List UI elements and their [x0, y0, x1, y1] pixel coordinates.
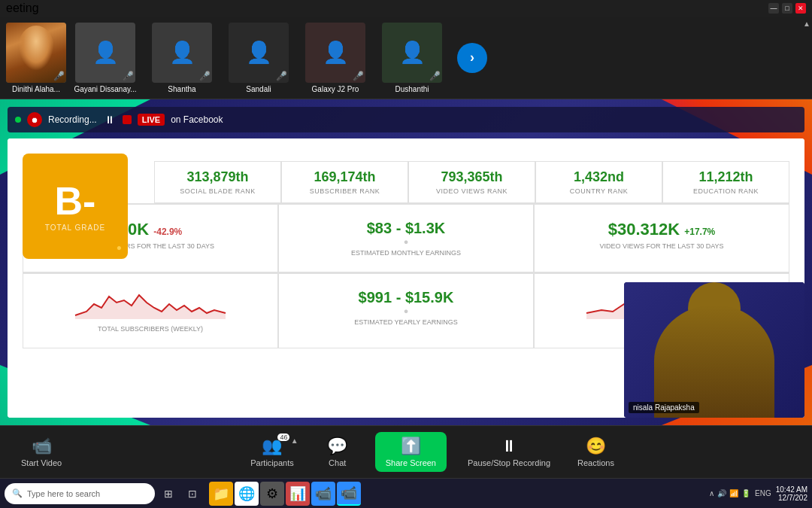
chat-icon: 💬 — [327, 437, 347, 456]
file-explorer-icon[interactable]: 📁 — [209, 482, 233, 506]
presenter-video: nisala Rajapaksha — [624, 282, 804, 418]
start-video-button[interactable]: 📹 Start Video — [15, 433, 68, 470]
mic-off-icon-shantha: 🎤 — [199, 71, 211, 81]
participant-avatar-sandali: 👤 🎤 — [229, 23, 289, 83]
recording-icon-toolbar: ⏸ — [501, 437, 517, 456]
titlebar: eeting — □ ✕ — [0, 0, 812, 17]
participant-thumb-shantha[interactable]: 👤 🎤 Shantha — [144, 23, 220, 93]
recording-active-dot — [15, 117, 21, 123]
stat-country-rank-value: 1,432nd — [547, 169, 650, 185]
presenter-name-tag: nisala Rajapaksha — [629, 402, 699, 413]
chat-button[interactable]: 💬 Chat — [315, 433, 360, 470]
participants-caret-icon: ▲ — [291, 437, 298, 445]
toolbar-center: 👥 46 Participants ▲ 💬 Chat ⬆️ Share Scre… — [244, 432, 620, 472]
toolbar-left: 📹 Start Video — [15, 433, 68, 470]
participants-label: Participants — [250, 458, 293, 467]
language-indicator: ENG — [755, 489, 771, 497]
more-participants-button[interactable]: › — [457, 43, 487, 73]
camera-off-icon: 📹 — [32, 437, 52, 456]
mic-off-icon-gayani: 🎤 — [123, 71, 134, 81]
mic-off-icon-galaxy: 🎤 — [353, 71, 364, 81]
participant-thumb-galaxy[interactable]: 👤 🎤 Galaxy J2 Pro — [298, 23, 373, 93]
close-button[interactable]: ✕ — [795, 3, 806, 14]
zoom-icon-2[interactable]: 📹 — [337, 482, 361, 506]
stat-subscriber-rank-label: SUBSCRIBER RANK — [293, 187, 396, 195]
meeting-container: 🎤 Dinithi Alaha... 👤 🎤 Gayani Dissanay..… — [0, 17, 812, 508]
chat-label: Chat — [329, 458, 346, 467]
grade-info-icon: ● — [117, 242, 122, 253]
participant-thumb-sandali[interactable]: 👤 🎤 Sandali — [221, 23, 296, 93]
stat-monthly-earnings: $83 - $1.3K ● ESTIMATED MONTHLY EARNINGS — [278, 204, 534, 272]
recording-text: Recording... — [48, 114, 97, 125]
stat-social-blade-rank: 313,879th SOCIAL BLADE RANK — [154, 161, 281, 203]
stat-subscribers-weekly-chart: TOTAL SUBSCRIBERS (WEEKLY) — [23, 273, 278, 348]
participant-thumb-dushanthi[interactable]: 👤 🎤 Dushanthi — [374, 23, 450, 93]
maximize-button[interactable]: □ — [782, 3, 792, 14]
search-icon: 🔍 — [12, 488, 23, 498]
presenter-figure — [624, 282, 804, 418]
chrome-icon[interactable]: 🌐 — [235, 482, 259, 506]
presenter-silhouette — [654, 305, 774, 418]
main-video-area: ⏺ Recording... ⏸ LIVE on Facebook B- TOT… — [0, 99, 812, 425]
grade-box: B- TOTAL GRADE ● — [23, 154, 128, 259]
zoom-icon[interactable]: 📹 — [311, 482, 335, 506]
participant-thumb-gayani[interactable]: 👤 🎤 Gayani Dissanay... — [68, 23, 143, 93]
recording-pause-button[interactable]: ⏸ — [103, 114, 117, 126]
participants-strip: 🎤 Dinithi Alaha... 👤 🎤 Gayani Dissanay..… — [0, 17, 812, 99]
stat-education-rank-value: 11,212th — [674, 169, 777, 185]
participant-name-dushanthi: Dushanthi — [395, 85, 429, 93]
taskbar-battery-icon: 🔋 — [741, 489, 750, 497]
window-controls: — □ ✕ — [768, 3, 806, 14]
grade-letter: B- — [55, 181, 96, 221]
powerpoint-icon[interactable]: 📊 — [286, 482, 310, 506]
stat-video-views-rank: 793,365th VIDEO VIEWS RANK — [408, 161, 535, 203]
subscribers-weekly-label: TOTAL SUBSCRIBERS (WEEKLY) — [35, 325, 266, 333]
participant-thumb-dinithi[interactable]: 🎤 Dinithi Alaha... — [6, 23, 66, 93]
windows-button[interactable]: ⊞ — [158, 483, 179, 504]
stat-education-rank: 11,212th EDUCATION RANK — [662, 161, 789, 203]
clock: 10:42 AM 12/7/202 — [776, 485, 807, 502]
taskbar-search[interactable]: 🔍 Type here to search — [5, 483, 155, 504]
stat-video-views-rank-value: 793,365th — [420, 169, 523, 185]
taskbar-right: ∧ 🔊 📶 🔋 ENG 10:42 AM 12/7/202 — [709, 485, 807, 502]
stats-row-1: 313,879th SOCIAL BLADE RANK 169,174th SU… — [154, 161, 789, 203]
mic-off-icon-dushanthi: 🎤 — [429, 71, 441, 81]
stat-education-rank-label: EDUCATION RANK — [674, 187, 777, 195]
mic-off-icon-sandali: 🎤 — [276, 71, 287, 81]
stat-video-views-30d-value: $30.312K +17.7% — [546, 220, 777, 239]
chevron-up-icon[interactable]: ∧ — [709, 489, 714, 497]
participants-button[interactable]: 👥 46 Participants ▲ — [244, 433, 299, 470]
participant-avatar-galaxy: 👤 🎤 — [305, 23, 365, 83]
stat-social-blade-rank-value: 313,879th — [166, 169, 269, 185]
stat-social-blade-rank-label: SOCIAL BLADE RANK — [166, 187, 269, 195]
recording-label: Pause/Stop Recording — [468, 458, 550, 467]
time-display: 10:42 AM — [776, 485, 807, 494]
grade-label: TOTAL GRADE — [45, 224, 105, 232]
participant-name-shantha: Shantha — [168, 85, 195, 93]
taskbar-volume-icon: 📶 — [729, 489, 738, 497]
on-facebook-text: on Facebook — [171, 114, 223, 125]
settings-icon[interactable]: ⚙ — [260, 482, 284, 506]
participant-name-gayani: Gayani Dissanay... — [74, 85, 136, 93]
stat-country-rank-label: COUNTRY RANK — [547, 187, 650, 195]
recording-stop-button[interactable] — [123, 115, 132, 124]
recording-button[interactable]: ⏸ Pause/Stop Recording — [462, 433, 556, 470]
stat-subscriber-rank: 169,174th SUBSCRIBER RANK — [281, 161, 408, 203]
share-screen-button[interactable]: ⬆️ Share Screen — [375, 432, 447, 472]
stat-yearly-earnings: $991 - $15.9K ● ESTIMATED YEARLY EARNING… — [278, 273, 534, 348]
participant-avatar-dinithi: 🎤 — [6, 23, 66, 83]
participant-avatar-shantha: 👤 🎤 — [152, 23, 212, 83]
participants-icon: 👥 46 — [262, 437, 282, 456]
taskbar: 🔍 Type here to search ⊞ ⊡ 📁 🌐 ⚙ 📊 📹 📹 ∧ … — [0, 478, 812, 508]
stat-video-views-30d-label: VIDEO VIEWS FOR THE LAST 30 DAYS — [546, 242, 777, 250]
reactions-button[interactable]: 😊 Reactions ▲ — [571, 433, 620, 470]
recording-bar: ⏺ Recording... ⏸ LIVE on Facebook — [8, 107, 804, 132]
taskbar-apps: 📁 🌐 ⚙ 📊 📹 📹 — [209, 482, 361, 506]
participant-name-dinithi: Dinithi Alaha... — [12, 85, 60, 93]
minimize-button[interactable]: — — [768, 3, 779, 14]
task-view-button[interactable]: ⊡ — [182, 483, 203, 504]
reactions-caret-icon: ▲ — [803, 20, 810, 28]
stat-country-rank: 1,432nd COUNTRY RANK — [535, 161, 662, 203]
reactions-label: Reactions — [577, 458, 614, 467]
share-screen-label: Share Screen — [386, 458, 436, 467]
